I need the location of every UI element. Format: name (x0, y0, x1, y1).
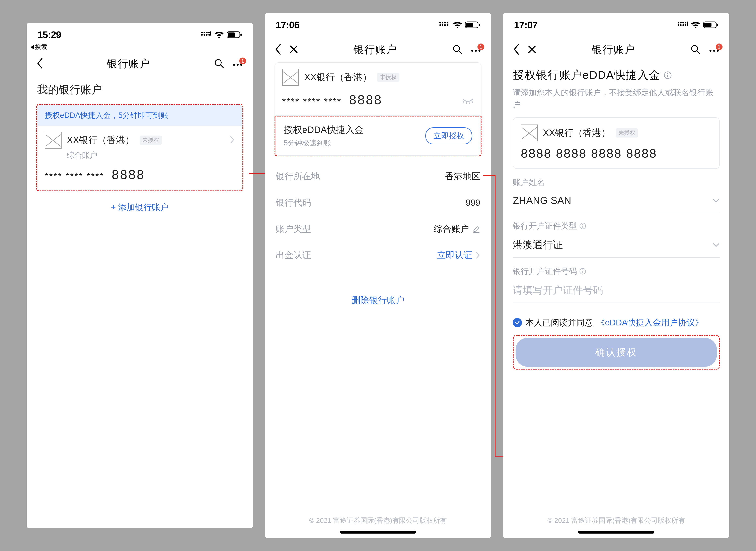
wifi-icon (691, 21, 700, 28)
more-icon[interactable]: 1 (470, 46, 482, 53)
edda-banner[interactable]: 授权eDDA快捷入金，5分钟即可到账 (37, 105, 242, 126)
bank-logo-icon (45, 132, 62, 148)
chevron-right-icon (230, 136, 235, 144)
row-bank-code: 银行代码 999 (274, 189, 482, 216)
status-time: 15:29 (37, 29, 61, 40)
svg-point-19 (440, 22, 441, 23)
svg-point-0 (201, 32, 203, 33)
agreement-link[interactable]: 《eDDA快捷入金用户协议》 (597, 317, 703, 328)
info-icon[interactable] (664, 71, 672, 79)
info-icon[interactable] (579, 268, 586, 275)
svg-point-42 (678, 22, 679, 23)
add-account-link[interactable]: + 添加银行账户 (36, 191, 243, 223)
svg-rect-10 (228, 32, 235, 37)
id-type-select[interactable]: 港澳通行证 (513, 235, 720, 257)
svg-point-56 (709, 50, 712, 52)
svg-rect-29 (466, 23, 473, 27)
bank-summary-card: XX银行（香港） 未授权 **** **** **** 8888 (274, 62, 482, 116)
battery-icon (227, 31, 242, 38)
chevron-down-icon (713, 198, 720, 203)
bank-account-card[interactable]: 授权eDDA快捷入金，5分钟即可到账 XX银行（香港） 未授权 综合账户 ***… (37, 105, 242, 190)
consent-row[interactable]: 本人已阅读并同意 《eDDA快捷入金用户协议》 (513, 303, 720, 335)
confirm-authorize-button[interactable]: 确认授权 (516, 338, 717, 367)
nav-bar: 银行账户 1 (265, 39, 491, 62)
more-icon[interactable]: 1 (232, 60, 243, 67)
svg-line-37 (466, 102, 467, 104)
section-title: 我的银行账户 (36, 76, 243, 104)
svg-rect-27 (449, 21, 450, 26)
svg-rect-53 (717, 24, 718, 26)
row-account-type[interactable]: 账户类型 综合账户 (274, 216, 482, 242)
id-number-input[interactable]: 请填写开户证件号码 (513, 281, 720, 303)
highlight-box: 授权eDDA快捷入金 5分钟极速到账 立即授权 (274, 116, 482, 156)
search-icon[interactable] (690, 44, 700, 55)
account-number: **** **** **** 8888 (275, 86, 481, 115)
wifi-icon (453, 21, 462, 28)
back-icon[interactable] (274, 44, 281, 56)
svg-point-4 (201, 34, 203, 36)
back-icon[interactable] (513, 44, 520, 56)
wifi-icon (214, 31, 224, 38)
back-to-search[interactable]: 搜索 (27, 43, 253, 53)
svg-point-5 (203, 34, 205, 36)
chevron-right-icon (476, 251, 480, 259)
nav-title: 银行账户 (592, 43, 635, 57)
svg-point-34 (475, 50, 477, 52)
checkbox-checked-icon[interactable] (513, 318, 522, 327)
svg-point-63 (582, 224, 583, 225)
copyright-footer: © 2021 富途证券国际(香港)有限公司版权所有 (265, 510, 491, 531)
svg-point-44 (682, 22, 684, 23)
svg-point-20 (442, 22, 444, 23)
svg-line-13 (220, 65, 223, 68)
status-bar: 17:07 (503, 13, 729, 33)
delete-account-link[interactable]: 删除银行账户 (274, 295, 482, 306)
full-account-number: 8888 8888 8888 8888 (521, 146, 712, 160)
svg-rect-8 (210, 31, 211, 36)
verify-now-link[interactable]: 立即认证 (437, 249, 472, 261)
bank-logo-icon (521, 124, 538, 141)
close-icon[interactable] (289, 45, 298, 55)
svg-point-33 (471, 50, 473, 52)
svg-point-57 (713, 50, 715, 52)
field-id-number: 银行开户证件号码 请填写开户证件号码 (513, 266, 720, 303)
search-icon[interactable] (452, 44, 462, 55)
highlight-box: 授权eDDA快捷入金，5分钟即可到账 XX银行（香港） 未授权 综合账户 ***… (36, 104, 243, 191)
home-indicator (340, 531, 416, 534)
authorize-now-button[interactable]: 立即授权 (425, 127, 472, 144)
account-name-select[interactable]: ZHANG SAN (513, 192, 720, 212)
back-icon[interactable] (36, 58, 43, 70)
account-number: **** **** **** 8888 (37, 160, 242, 190)
svg-point-66 (582, 269, 583, 270)
edda-subtitle: 5分钟极速到账 (284, 138, 364, 148)
nav-bar: 银行账户 1 (503, 39, 729, 62)
close-icon[interactable] (528, 45, 537, 55)
row-withdrawal-verify[interactable]: 出金认证 立即认证 (274, 242, 482, 268)
search-icon[interactable] (214, 58, 224, 69)
svg-point-24 (442, 24, 444, 26)
eye-hidden-icon[interactable] (462, 92, 474, 107)
status-right (201, 31, 242, 38)
svg-rect-61 (667, 75, 668, 77)
status-bar: 15:29 (27, 23, 253, 43)
unauthorized-tag: 未授权 (140, 135, 162, 145)
svg-line-38 (469, 102, 470, 104)
notification-badge: 1 (239, 58, 246, 64)
notification-badge: 1 (716, 43, 723, 50)
svg-line-36 (463, 101, 464, 103)
copyright-footer: © 2021 富途证券国际(香港)有限公司版权所有 (503, 510, 729, 531)
svg-point-22 (447, 22, 448, 23)
unauthorized-tag: 未授权 (377, 73, 400, 82)
info-icon[interactable] (579, 222, 586, 229)
svg-point-1 (203, 32, 205, 33)
edda-title: 授权eDDA快捷入金 (284, 124, 364, 136)
svg-point-3 (208, 32, 210, 33)
status-time: 17:06 (276, 19, 299, 30)
chevron-down-icon (713, 243, 720, 247)
svg-point-14 (233, 64, 235, 66)
nav-title: 银行账户 (353, 43, 397, 57)
svg-rect-67 (582, 271, 583, 273)
svg-point-43 (680, 22, 682, 23)
svg-point-7 (208, 34, 210, 36)
svg-point-21 (444, 22, 446, 23)
more-icon[interactable]: 1 (708, 46, 720, 53)
